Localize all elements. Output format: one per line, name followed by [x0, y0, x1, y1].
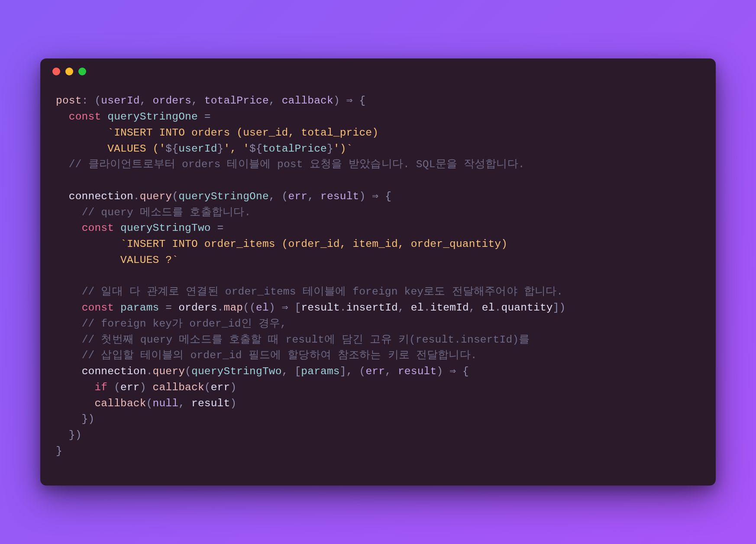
code-token — [56, 382, 94, 393]
code-token: , — [398, 302, 411, 314]
code-token: orders — [153, 95, 191, 107]
code-token: `INSERT INTO orders (user_id, total_pric… — [107, 127, 385, 139]
code-token: err — [288, 191, 308, 202]
code-token: , — [191, 95, 204, 107]
code-token: ( — [107, 382, 120, 393]
code-line — [56, 269, 700, 285]
code-token: queryStringOne — [178, 191, 269, 202]
code-token: ) — [230, 382, 236, 393]
code-token: userId — [178, 143, 217, 155]
code-token: const — [69, 111, 101, 123]
code-token: err — [120, 382, 140, 393]
code-token: itemId — [430, 302, 469, 314]
code-token: = — [211, 222, 230, 234]
code-token: }) — [56, 429, 82, 441]
code-token: . — [133, 191, 140, 202]
code-token — [114, 302, 120, 314]
code-token — [56, 127, 107, 139]
code-token: , — [385, 366, 398, 377]
code-token — [56, 350, 82, 361]
code-token: callback — [153, 382, 204, 393]
code-token: , — [140, 95, 153, 107]
close-icon[interactable] — [52, 68, 60, 75]
code-token — [56, 238, 120, 250]
code-line: // 첫번째 query 메소드를 호출할 때 result에 담긴 고유 키(… — [56, 332, 700, 348]
code-token: // 클라이언트로부터 orders 테이블에 post 요청을 받았습니다. … — [69, 159, 525, 170]
code-token: } — [56, 445, 62, 457]
code-line: VALUES ('${userId}', '${totalPrice}')` — [56, 141, 700, 157]
code-line — [56, 173, 700, 189]
code-token: ⇒ — [372, 191, 378, 202]
code-token: queryStringTwo — [191, 366, 282, 377]
code-token: ')` — [333, 143, 353, 155]
code-token — [56, 270, 62, 282]
code-token: callback — [94, 398, 146, 409]
code-token: const — [82, 222, 114, 234]
code-token: el — [256, 302, 269, 314]
code-token: callback — [282, 95, 333, 107]
maximize-icon[interactable] — [78, 68, 86, 75]
code-token: ) — [436, 366, 449, 377]
code-token: } — [217, 143, 224, 155]
code-token: // foreign key가 order_id인 경우, — [82, 318, 287, 330]
code-token — [56, 175, 62, 186]
code-token: params — [120, 302, 159, 314]
code-token — [56, 318, 82, 330]
code-token: ]) — [553, 302, 566, 314]
minimize-icon[interactable] — [65, 68, 73, 75]
code-line: callback(null, result) — [56, 396, 700, 412]
code-token: . — [424, 302, 430, 314]
code-token — [56, 191, 69, 202]
code-token: ( — [172, 191, 178, 202]
code-token: , ( — [269, 191, 288, 202]
code-token: totalPrice — [204, 95, 269, 107]
code-token: result — [301, 302, 339, 314]
code-line: connection.query(queryStringTwo, [params… — [56, 364, 700, 380]
code-token — [56, 207, 82, 218]
code-token: ⇒ — [449, 366, 456, 377]
code-line: // 클라이언트로부터 orders 테이블에 post 요청을 받았습니다. … — [56, 157, 700, 173]
code-line: // 삽입할 테이블의 order_id 필드에 할당하여 참조하는 키로 전달… — [56, 348, 700, 364]
code-line: }) — [56, 427, 700, 444]
code-line: } — [56, 444, 700, 460]
code-token: }) — [56, 413, 94, 425]
code-line: // query 메소드를 호출합니다. — [56, 205, 700, 221]
code-token: result — [398, 366, 436, 377]
code-line: post: (userId, orders, totalPrice, callb… — [56, 93, 700, 109]
code-token: err — [365, 366, 385, 377]
code-line: // foreign key가 order_id인 경우, — [56, 316, 700, 332]
code-token — [56, 222, 82, 234]
code-token — [114, 222, 120, 234]
code-token: post — [56, 95, 82, 107]
code-token: ( — [146, 398, 153, 409]
code-token: `INSERT INTO order_items (order_id, item… — [120, 238, 514, 250]
code-token — [56, 398, 94, 409]
code-token: err — [211, 382, 230, 393]
code-token: // 첫번째 query 메소드를 호출할 때 result에 담긴 고유 키(… — [82, 334, 530, 346]
code-token: userId — [101, 95, 139, 107]
code-token: result — [191, 398, 230, 409]
code-token: ) — [333, 95, 346, 107]
code-line: VALUES ?` — [56, 253, 700, 269]
code-token — [56, 366, 82, 377]
code-token — [101, 111, 107, 123]
code-token: . — [217, 302, 224, 314]
code-window: post: (userId, orders, totalPrice, callb… — [40, 58, 716, 485]
code-token: ${ — [165, 143, 178, 155]
code-line: `INSERT INTO order_items (order_id, item… — [56, 236, 700, 253]
code-token: [ — [288, 302, 301, 314]
code-token: const — [82, 302, 114, 314]
code-token: { — [378, 191, 391, 202]
code-token — [56, 334, 82, 346]
code-token — [56, 286, 82, 298]
code-token: ', ' — [223, 143, 249, 155]
code-token — [56, 302, 82, 314]
code-line: const queryStringOne = — [56, 109, 700, 125]
code-token: ${ — [249, 143, 262, 155]
code-token — [56, 111, 69, 123]
code-line: `INSERT INTO orders (user_id, total_pric… — [56, 125, 700, 141]
code-token: ⇒ — [282, 302, 288, 314]
code-line: const queryStringTwo = — [56, 220, 700, 236]
code-token: ) — [140, 382, 153, 393]
code-line: }) — [56, 411, 700, 427]
